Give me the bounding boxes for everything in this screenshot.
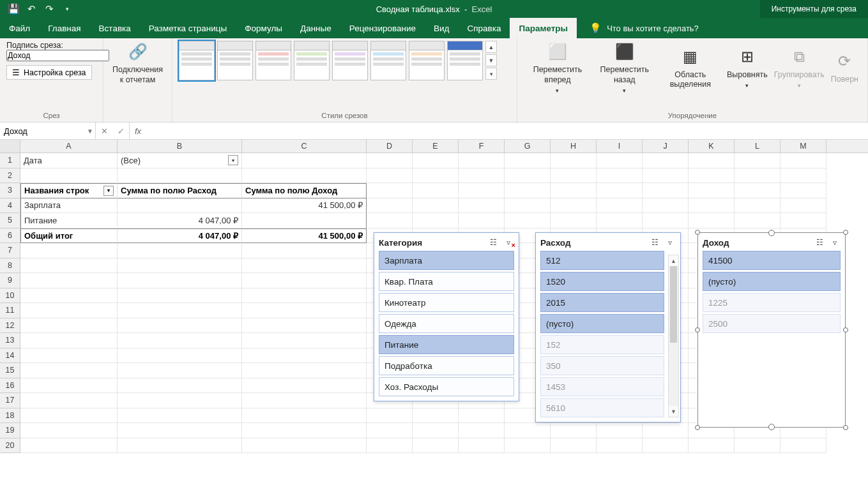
scroll-down-icon[interactable]: ▼ xyxy=(669,406,678,417)
row-header[interactable]: 5 xyxy=(0,213,20,228)
cell[interactable] xyxy=(242,318,367,334)
cell[interactable] xyxy=(118,318,242,334)
slicer-item[interactable]: 5610 xyxy=(540,398,664,417)
cell[interactable] xyxy=(551,153,597,168)
cell[interactable] xyxy=(413,213,459,228)
scroll-up-icon[interactable]: ▲ xyxy=(669,255,678,266)
tell-me[interactable]: 💡 Что вы хотите сделать? xyxy=(577,18,699,38)
cell[interactable] xyxy=(367,408,413,424)
cell[interactable] xyxy=(20,378,118,394)
cell[interactable] xyxy=(780,168,826,184)
worksheet-grid[interactable]: ABCDEFGHIJKLM 1Дата(Все)▾23Названия стро… xyxy=(0,140,868,478)
slicer-category[interactable]: Категория ☷ ▿ ЗарплатаКвар. ПлатаКинотеа… xyxy=(374,232,519,401)
slicer-item[interactable]: Кинотеатр xyxy=(379,293,514,312)
undo-icon[interactable]: ↶ xyxy=(23,2,40,16)
cell[interactable] xyxy=(242,273,367,288)
column-header[interactable]: B xyxy=(118,140,242,153)
cell[interactable] xyxy=(643,198,689,214)
row-header[interactable]: 15 xyxy=(0,363,20,378)
multiselect-icon[interactable]: ☷ xyxy=(487,237,499,248)
cell[interactable] xyxy=(459,408,505,424)
cell[interactable] xyxy=(505,423,551,438)
cell[interactable] xyxy=(597,168,643,184)
style-thumb[interactable] xyxy=(179,41,215,80)
cell[interactable] xyxy=(413,423,459,438)
slicer-item[interactable]: 2500 xyxy=(703,314,841,333)
report-connections-button[interactable]: 🔗 Подключения к отчетам xyxy=(110,41,165,85)
cell[interactable] xyxy=(505,213,551,228)
row-header[interactable]: 17 xyxy=(0,393,20,408)
cell[interactable] xyxy=(242,363,367,378)
cell[interactable] xyxy=(413,183,459,198)
tab-help[interactable]: Справка xyxy=(458,18,510,38)
gallery-more-icon[interactable]: ▾ xyxy=(485,68,497,80)
cell[interactable] xyxy=(459,198,505,214)
style-thumb[interactable] xyxy=(294,41,330,80)
column-header[interactable]: A xyxy=(20,140,118,153)
tab-options[interactable]: Параметры xyxy=(510,18,577,38)
cell[interactable] xyxy=(551,168,597,184)
fx-label[interactable]: fx xyxy=(130,123,141,139)
slicer-expense[interactable]: Расход ☷ ▿ 51215202015(пусто)15235014535… xyxy=(535,232,681,422)
cell[interactable] xyxy=(118,423,242,438)
cell[interactable] xyxy=(643,183,689,198)
slicer-item[interactable]: Хоз. Расходы xyxy=(379,377,514,396)
cell[interactable] xyxy=(780,183,826,198)
row-header[interactable]: 11 xyxy=(0,303,20,318)
cell[interactable] xyxy=(689,168,735,184)
slicer-item[interactable]: 1225 xyxy=(703,293,841,312)
cell[interactable] xyxy=(597,213,643,228)
cell[interactable] xyxy=(413,153,459,168)
cell[interactable] xyxy=(118,438,242,454)
row-header[interactable]: 12 xyxy=(0,318,20,334)
slicer-item[interactable]: 152 xyxy=(540,335,664,354)
cell[interactable]: (Все)▾ xyxy=(118,153,242,168)
row-header[interactable]: 4 xyxy=(0,198,20,214)
tab-page-layout[interactable]: Разметка страницы xyxy=(140,18,236,38)
cell[interactable]: Сумма по полю Расход xyxy=(118,183,242,198)
clear-filter-icon[interactable]: ▿ xyxy=(503,237,514,248)
style-thumb[interactable] xyxy=(370,41,406,80)
multiselect-icon[interactable]: ☷ xyxy=(649,237,660,248)
cell[interactable] xyxy=(505,183,551,198)
tab-home[interactable]: Главная xyxy=(39,18,89,38)
cell[interactable] xyxy=(118,303,242,318)
cell[interactable] xyxy=(242,168,367,184)
cell[interactable] xyxy=(459,213,505,228)
cell[interactable] xyxy=(118,168,242,184)
tab-view[interactable]: Вид xyxy=(425,18,458,38)
cell[interactable] xyxy=(20,438,118,454)
cell[interactable] xyxy=(118,258,242,274)
cell[interactable] xyxy=(459,168,505,184)
cell[interactable] xyxy=(780,438,826,454)
qat-dropdown-icon[interactable]: ▾ xyxy=(59,2,75,16)
cell[interactable] xyxy=(413,408,459,424)
cell[interactable] xyxy=(242,348,367,364)
slicer-item[interactable]: Зарплата xyxy=(379,251,514,270)
cell[interactable] xyxy=(118,198,242,214)
cell[interactable] xyxy=(118,288,242,304)
clear-filter-icon[interactable]: ▿ xyxy=(664,237,676,248)
cell[interactable] xyxy=(118,408,242,424)
redo-icon[interactable]: ↷ xyxy=(41,2,57,16)
cell[interactable] xyxy=(20,363,118,378)
cell[interactable] xyxy=(118,243,242,258)
cell[interactable] xyxy=(735,213,780,228)
style-thumb[interactable] xyxy=(332,41,368,80)
cell[interactable]: 4 047,00 ₽ xyxy=(118,228,242,244)
cell[interactable] xyxy=(118,273,242,288)
row-header[interactable]: 16 xyxy=(0,378,20,394)
cell[interactable] xyxy=(459,438,505,454)
cell[interactable] xyxy=(242,243,367,258)
cell[interactable] xyxy=(367,168,413,184)
tab-review[interactable]: Рецензирование xyxy=(340,18,425,38)
multiselect-icon[interactable]: ☷ xyxy=(814,237,825,248)
column-headers[interactable]: ABCDEFGHIJKLM xyxy=(0,140,868,153)
name-box[interactable] xyxy=(0,126,85,136)
tab-insert[interactable]: Вставка xyxy=(90,18,140,38)
cell[interactable] xyxy=(367,153,413,168)
slicer-item[interactable]: (пусто) xyxy=(540,314,664,333)
slicer-item[interactable]: 41500 xyxy=(703,251,841,270)
column-header[interactable]: M xyxy=(780,140,826,153)
cell[interactable] xyxy=(20,273,118,288)
